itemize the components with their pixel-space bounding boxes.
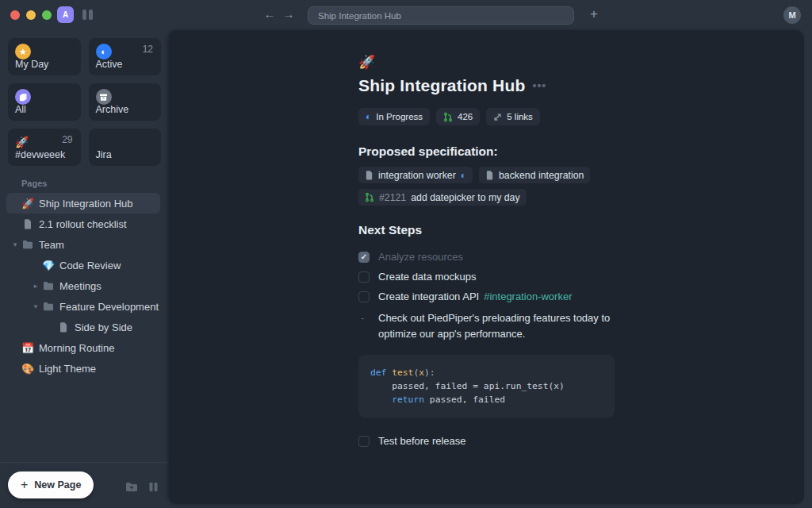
- todo-label: Create data mockups: [378, 271, 477, 283]
- pull-request-icon: [443, 112, 453, 122]
- sidebar-item-code-review[interactable]: 💎 Code Review: [6, 255, 160, 275]
- chip-integration-worker[interactable]: integration worker ◐: [358, 167, 473, 183]
- code-line: passed, failed = api.run_test(x): [370, 379, 603, 393]
- card-label: All: [15, 104, 26, 115]
- page-icon: [21, 219, 34, 229]
- section-heading-proposed-specification: Proposed specification:: [358, 144, 623, 159]
- metadata-badges: ◐ In Progress 426 5 links: [358, 108, 623, 125]
- status-badge[interactable]: ◐ In Progress: [358, 108, 430, 125]
- in-progress-icon: ◐: [461, 171, 466, 180]
- sidebar-item-morning-routine[interactable]: 📅 Morning Routine: [6, 337, 160, 358]
- section-heading-next-steps: Next Steps: [358, 223, 623, 237]
- todo-label: Analyze resources: [378, 251, 463, 263]
- new-tab-button[interactable]: +: [586, 6, 602, 22]
- zoom-window-button[interactable]: [42, 10, 52, 20]
- minimize-window-button[interactable]: [26, 10, 36, 20]
- card-archive[interactable]: Archive: [89, 83, 162, 121]
- in-progress-icon: ◐: [366, 112, 371, 121]
- page-icon: [365, 171, 373, 180]
- folder-icon: [21, 240, 34, 249]
- sidebar-item-light-theme[interactable]: 🎨 Light Theme: [6, 358, 160, 379]
- badge-label: In Progress: [376, 112, 423, 121]
- pr-title: add datepicker to my day: [411, 192, 519, 203]
- hashtag-integration-worker[interactable]: #integration-worker: [484, 291, 572, 302]
- card-label: Archive: [96, 104, 129, 115]
- pr-number: #2121: [379, 192, 406, 203]
- pull-request-badge[interactable]: 426: [436, 108, 480, 125]
- page-label: Feature Development: [59, 301, 159, 313]
- user-avatar[interactable]: M: [783, 6, 801, 24]
- more-options-icon[interactable]: •••: [532, 79, 546, 92]
- links-icon: [493, 113, 502, 121]
- note-text: Check out PiedPiper's preloading feature…: [378, 312, 610, 340]
- rocket-icon: 🚀: [15, 136, 29, 148]
- reading-list-icon[interactable]: [148, 482, 159, 492]
- sidebar-item-ship-integration-hub[interactable]: 🚀 Ship Integration Hub: [6, 193, 160, 214]
- traffic-lights: [10, 10, 52, 20]
- card-label: #devweeek: [15, 149, 65, 160]
- pull-request-icon: [365, 192, 374, 202]
- sidebar-toggle-icon[interactable]: [82, 10, 93, 20]
- new-page-label: New Page: [34, 479, 81, 491]
- checkbox-unchecked[interactable]: [358, 271, 370, 283]
- links-badge[interactable]: 5 links: [486, 108, 540, 125]
- card-devweeek[interactable]: 🚀 29 #devweeek: [8, 129, 81, 166]
- list-dash: -: [361, 310, 364, 326]
- page-label: Morning Routine: [39, 342, 114, 354]
- code-block[interactable]: def test(x): passed, failed = api.run_te…: [358, 355, 615, 418]
- chip-backend-integration[interactable]: backend integration: [479, 167, 590, 183]
- chevron-right-icon[interactable]: ▸: [32, 282, 40, 290]
- chevron-down-icon[interactable]: ▾: [32, 302, 40, 310]
- code-line: return passed, failed: [370, 393, 603, 406]
- chip-pr-2121[interactable]: #2121 add datepicker to my day: [358, 189, 527, 206]
- badge-label: 426: [458, 112, 473, 121]
- close-window-button[interactable]: [10, 10, 20, 20]
- page-label: Ship Integration Hub: [39, 198, 133, 210]
- folder-icon: [42, 281, 55, 291]
- back-button[interactable]: ←: [262, 7, 278, 21]
- sidebar-item-rollout-checklist[interactable]: 2.1 rollout checklist: [6, 214, 160, 234]
- checkbox-unchecked[interactable]: [358, 291, 370, 302]
- folder-icon: [42, 302, 55, 311]
- card-all[interactable]: All: [8, 83, 81, 121]
- todo-create-integration-api: Create integration API #integration-work…: [358, 287, 623, 306]
- page-title[interactable]: Ship Integration Hub: [358, 76, 525, 95]
- gem-icon: 💎: [42, 260, 55, 271]
- checklist: ✓ Analyze resources Create data mockups …: [358, 247, 623, 306]
- card-jira[interactable]: Jira: [89, 129, 162, 166]
- palette-icon: 🎨: [21, 363, 34, 375]
- plus-icon: +: [21, 478, 28, 492]
- page-label: Side by Side: [75, 321, 132, 333]
- page-label: Light Theme: [39, 363, 96, 375]
- todo-label: Test before release: [378, 435, 466, 447]
- page-label: Meetings: [59, 280, 102, 292]
- forward-button[interactable]: →: [281, 7, 297, 21]
- todo-test-before-release: Test before release: [358, 431, 623, 451]
- card-my-day[interactable]: ★ My Day: [8, 38, 81, 75]
- page-emoji-rocket-icon[interactable]: 🚀: [358, 54, 623, 71]
- sidebar-item-feature-development-folder[interactable]: ▾ Feature Development: [6, 296, 160, 317]
- todo-create-data-mockups: Create data mockups: [358, 267, 623, 287]
- tab-title: Ship Integration Hub: [318, 11, 401, 21]
- card-active[interactable]: ◐ 12 Active: [89, 38, 162, 75]
- sidebar-item-team-folder[interactable]: ▾ Team: [6, 234, 160, 255]
- new-folder-icon[interactable]: [125, 482, 138, 492]
- badge-label: 5 links: [507, 112, 533, 121]
- chevron-down-icon[interactable]: ▾: [11, 241, 19, 248]
- chip-label: integration worker: [378, 170, 456, 181]
- workspace-avatar[interactable]: A: [57, 6, 74, 23]
- document-tab[interactable]: Ship Integration Hub: [308, 6, 574, 25]
- pr-chip-row: #2121 add datepicker to my day: [358, 189, 623, 206]
- sidebar-item-meetings-folder[interactable]: ▸ Meetings: [6, 275, 160, 296]
- half-circle-icon: ◐: [96, 44, 112, 60]
- checkbox-unchecked[interactable]: [358, 436, 370, 447]
- checkbox-checked[interactable]: ✓: [358, 252, 370, 263]
- page-label: Code Review: [59, 260, 121, 271]
- quick-access-cards: ★ My Day ◐ 12 Active All Archive 🚀 29: [8, 38, 161, 166]
- new-page-button[interactable]: + New Page: [8, 471, 94, 498]
- document-content: 🚀 Ship Integration Hub ••• ◐ In Progress…: [358, 30, 623, 451]
- star-icon: ★: [15, 44, 31, 60]
- window-titlebar: A ← → Ship Integration Hub + M: [0, 0, 812, 30]
- note-paragraph: - Check out PiedPiper's preloading featu…: [358, 310, 615, 342]
- sidebar-item-side-by-side[interactable]: Side by Side: [6, 317, 160, 337]
